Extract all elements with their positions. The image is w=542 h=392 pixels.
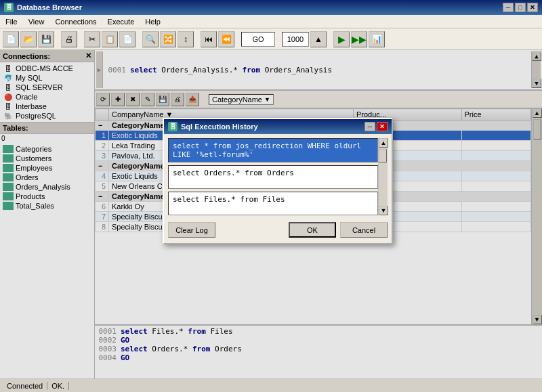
tb-sort[interactable]: ↕ <box>178 31 194 47</box>
cancel-button[interactable]: Cancel <box>340 222 388 238</box>
menu-help[interactable]: Help <box>140 16 166 27</box>
main-toolbar: 📄 📂 💾 🖨 ✂ 📋 📄 🔍 🔀 ↕ ⏮ ⏪ ▲ ▶ ▶▶ 📊 <box>0 28 542 50</box>
clear-log-button[interactable]: Clear Log <box>168 222 215 238</box>
history-entry-1[interactable]: select * from jos_redirection WHERE oldu… <box>168 138 378 162</box>
dialog-close[interactable]: ✕ <box>377 122 388 131</box>
dialog-scroll-thumb[interactable] <box>379 149 387 162</box>
tb-filter[interactable]: 🔀 <box>160 31 176 47</box>
app-icon: 🗄 <box>4 3 14 12</box>
menu-connections[interactable]: Connections <box>49 16 102 27</box>
dialog-buttons: Clear Log OK Cancel <box>164 219 392 243</box>
ok-button[interactable]: OK <box>289 222 336 238</box>
dialog-title-text: Sql Execution History <box>181 123 258 131</box>
dialog-body: select * from jos_redirection WHERE oldu… <box>164 134 392 219</box>
dialog-controls: ─ ✕ <box>364 122 388 131</box>
dialog-scrollbar: ▲ ▼ <box>378 138 388 215</box>
tb-prev[interactable]: ⏪ <box>218 31 234 47</box>
tb-limit-up[interactable]: ▲ <box>310 31 327 47</box>
dialog-scroll-down[interactable]: ▼ <box>379 206 388 215</box>
close-button[interactable]: ✕ <box>527 3 538 12</box>
tb-copy[interactable]: 📋 <box>102 31 118 47</box>
tb-nav-right2[interactable]: ▶▶ <box>351 31 367 47</box>
tb-open[interactable]: 📂 <box>20 31 37 47</box>
status-ok: OK. <box>47 382 69 390</box>
modal-overlay: 🗄 Sql Execution History ─ ✕ select * fro… <box>0 50 542 378</box>
window-controls: ─ □ ✕ <box>503 3 538 12</box>
limit-input[interactable] <box>282 32 309 47</box>
title-bar: 🗄 Database Browser ─ □ ✕ <box>0 0 542 15</box>
app-title: Database Browser <box>17 3 82 12</box>
history-entry-3[interactable]: select Files.* from Files <box>168 192 378 215</box>
sql-history-dialog: 🗄 Sql Execution History ─ ✕ select * fro… <box>163 118 393 244</box>
menu-bar: File View Connections Execute Help <box>0 15 542 28</box>
maximize-button[interactable]: □ <box>515 3 526 12</box>
menu-view[interactable]: View <box>23 16 50 27</box>
dialog-scroll-up[interactable]: ▲ <box>379 138 388 148</box>
dialog-minimize[interactable]: ─ <box>364 122 375 131</box>
menu-file[interactable]: File <box>0 16 23 27</box>
tb-print[interactable]: 🖨 <box>61 31 77 47</box>
dialog-title-bar: 🗄 Sql Execution History ─ ✕ <box>164 119 392 134</box>
tb-nav-right[interactable]: ▶ <box>333 31 350 47</box>
menu-execute[interactable]: Execute <box>102 16 140 27</box>
status-bar: Connected OK. <box>0 378 542 392</box>
tb-new[interactable]: 📄 <box>3 31 19 47</box>
go-input[interactable] <box>241 32 275 47</box>
main-area: Connections: ✕ 🗄 ODBC-MS ACCE 🐬 My SQL 🗄… <box>0 50 542 378</box>
tb-search[interactable]: 🔍 <box>142 31 159 47</box>
tb-paste[interactable]: 📄 <box>119 31 136 47</box>
tb-cut[interactable]: ✂ <box>84 31 100 47</box>
tb-save[interactable]: 💾 <box>38 31 54 47</box>
tb-export[interactable]: 📊 <box>369 31 385 47</box>
tb-first[interactable]: ⏮ <box>201 31 217 47</box>
minimize-button[interactable]: ─ <box>503 3 514 12</box>
dialog-icon: 🗄 <box>168 122 178 131</box>
status-connected: Connected <box>3 382 47 390</box>
history-entry-2[interactable]: select Orders.* from Orders <box>168 165 378 189</box>
